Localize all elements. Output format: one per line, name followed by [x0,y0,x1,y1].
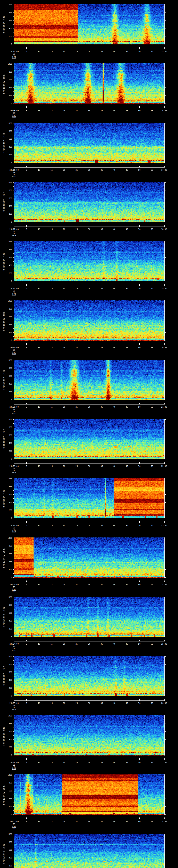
x-tick-label: 45 [126,821,128,823]
y-tick [13,727,14,728]
y-tick-label: 400 [4,442,12,444]
y-tick [13,490,14,491]
y-tick-label: 400 [4,324,12,326]
y-tick [13,518,14,518]
x-tick [77,640,77,641]
x-tick [52,47,52,49]
y-tick-right [165,253,165,254]
y-tick [13,72,14,72]
y-tick-right [165,723,166,724]
x-tick [127,521,127,523]
x-tick-label: 55 [151,169,153,171]
x-tick-label: 45 [126,110,128,112]
x-tick-label: 25 [76,347,78,349]
y-tick [13,668,14,669]
spectrogram-canvas [14,241,165,281]
y-tick-label: 200 [4,865,12,867]
y-tick-right [165,605,166,605]
y-tick-right [165,487,166,487]
x-tick-label: 5 [26,110,27,112]
x-tick [64,699,64,701]
x-axis-date-line: Jul [12,292,16,294]
x-tick-label: 25 [76,169,78,171]
y-tick-label: 1000 [4,715,12,717]
x-tick [52,225,52,226]
x-tick-label: 30 [88,228,90,230]
y-axis-title: Frequency (Hz) [3,370,5,390]
x-axis-date-line: 2015 [12,827,17,829]
y-tick-label: 1000 [4,4,12,6]
x-tick [14,462,14,464]
y-tick-label: 600 [4,20,12,22]
x-tick [77,106,77,108]
y-tick-label: 600 [4,375,12,377]
x-axis-date-line: 29 [13,586,15,588]
y-tick [13,601,14,601]
y-tick-label: 0 [4,754,12,756]
y-tick [13,392,14,392]
y-tick-label: 600 [4,849,12,851]
x-axis-date-line: 29 [13,290,15,292]
x-axis-date-line: Jul [12,470,16,472]
x-tick-label: 20 [63,406,65,408]
x-axis-line [14,523,165,523]
x-axis-date-line: 29 [13,172,15,174]
y-tick-label: 0 [4,280,12,282]
x-tick-label: 10 [38,406,40,408]
x-axis-end-time: 15:00 [161,51,167,53]
y-tick [13,751,14,751]
y-tick-right [165,862,165,862]
x-tick-label: 55 [151,584,153,586]
x-tick-label: 15 [51,169,53,171]
y-tick-right [165,739,166,740]
x-tick-label: 25 [76,762,78,764]
y-tick-label: 400 [4,27,12,29]
spectrogram-canvas [14,4,165,44]
y-axis-title: Frequency (Hz) [3,725,5,746]
x-tick-label: 45 [126,347,128,349]
y-tick-label: 800 [4,723,12,724]
y-tick-label: 400 [4,561,12,563]
y-tick-label: 0 [4,43,12,45]
spectrogram-panel-20-27-00: Frequency (Hz)02004006008001000510152025… [0,770,178,830]
y-tick [13,277,14,277]
x-tick-label: 30 [88,524,90,526]
y-tick-label: 1000 [4,596,12,598]
x-tick [14,403,14,404]
y-tick [13,281,14,281]
spectrogram-canvas [14,123,165,163]
x-tick-label: 55 [151,643,153,645]
x-tick-label: 40 [113,584,115,586]
spectrogram-panel-20-24-00: Frequency (Hz)02004006008001000510152025… [0,592,178,652]
x-axis-start-time: 20:17:00 [9,228,19,230]
y-tick-right [165,372,165,372]
x-tick-label: 20 [63,169,65,171]
y-tick-right [165,854,165,854]
x-tick-label: 35 [101,465,103,467]
x-tick [26,817,27,819]
y-tick-right [165,514,165,515]
x-tick-label: 5 [26,347,27,349]
y-tick-right [165,668,165,669]
y-tick [13,246,14,246]
y-tick [13,265,14,266]
x-tick-label: 45 [126,406,128,408]
y-tick-label: 200 [4,272,12,274]
spectrogram-panel-20-16-00: Frequency (Hz)02004006008001000510152025… [0,119,178,178]
y-tick-right [165,68,165,68]
y-tick-right [165,625,165,625]
y-tick-label: 600 [4,671,12,673]
y-tick-right [165,632,165,633]
y-axis-title: Frequency (Hz) [3,843,5,864]
x-tick [77,343,77,345]
x-tick-label: 30 [88,762,90,764]
spectrogram-canvas [14,834,165,868]
x-tick-label: 55 [151,524,153,526]
x-tick [127,462,127,464]
x-axis-start-time: 20:18:00 [9,287,19,289]
y-tick [13,502,14,503]
y-tick-right [165,246,165,246]
y-tick [13,99,14,100]
y-axis-title: Frequency (Hz) [3,488,5,508]
x-tick-label: 15 [51,347,53,349]
